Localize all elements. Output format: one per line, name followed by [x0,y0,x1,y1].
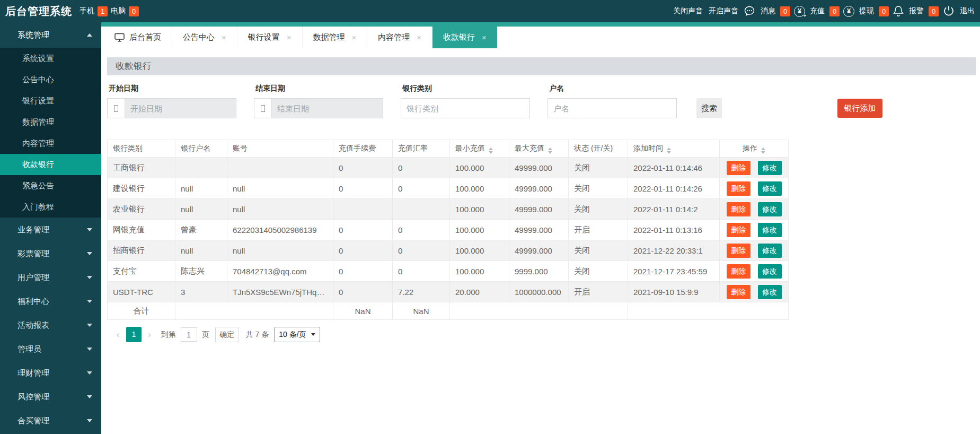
sidebar-group-admin[interactable]: 管理员 [0,337,101,361]
goto-page-input[interactable] [181,327,197,342]
tab-announcement-center[interactable]: 公告中心 × [172,27,237,48]
sidebar-item-content-management[interactable]: 内容管理 [0,133,101,154]
search-button[interactable]: 搜索 [696,98,722,118]
sound-on-button[interactable]: 开启声音 [708,6,739,16]
account-name-input[interactable] [548,98,677,118]
edit-button[interactable]: 修改 [758,285,782,299]
next-page-button[interactable]: › [145,329,154,340]
calendar-icon[interactable] [254,99,272,118]
sidebar: 系统管理 系统设置 公告中心 银行设置 数据管理 内容管理 收款银行 紧急公告 … [0,22,101,434]
sidebar-group-users[interactable]: 用户管理 [0,265,101,289]
total-count-label: 共 7 条 [246,330,269,340]
end-date-label: 结束日期 [255,84,383,93]
col-recharge-rate: 充值汇率 [393,140,450,158]
sidebar-item-beginner-tutorial[interactable]: 入门教程 [0,196,101,218]
tab-home[interactable]: 后台首页 [104,27,172,48]
message-icon[interactable] [743,5,756,18]
edit-button[interactable]: 修改 [758,202,782,216]
sort-icon[interactable] [761,147,765,154]
tab-content-management[interactable]: 内容管理 × [367,27,432,48]
sidebar-group-business[interactable]: 业务管理 [0,218,101,241]
delete-button[interactable]: 删除 [727,264,751,279]
tab-receiving-bank[interactable]: 收款银行 × [432,27,498,48]
sound-off-button[interactable]: 关闭声音 [672,6,704,16]
start-date-input[interactable] [125,99,236,118]
recharge-icon[interactable]: ¥+ [794,6,805,17]
sidebar-item-system-settings[interactable]: 系统设置 [0,48,101,69]
bank-type-input[interactable] [401,98,530,118]
sidebar-group-lottery[interactable]: 彩票管理 [0,241,101,265]
close-icon[interactable]: × [482,33,487,42]
table-row: 农业银行 null null 100.000 49999.000 关闭 2022… [108,199,789,220]
sort-icon[interactable] [548,147,552,154]
totals-label: 合计 [108,302,175,320]
edit-button[interactable]: 修改 [758,223,782,237]
delete-button[interactable]: 删除 [727,244,751,258]
sidebar-item-bank-settings[interactable]: 银行设置 [0,90,101,111]
sidebar-item-data-management[interactable]: 数据管理 [0,111,101,133]
main-content: 后台首页 公告中心 × 银行设置 × 数据管理 × 内容管理 × 收款银行 × [101,22,980,434]
confirm-button[interactable]: 确定 [215,327,239,342]
sidebar-item-receiving-bank[interactable]: 收款银行 [0,154,101,175]
delete-button[interactable]: 删除 [727,181,751,196]
chevron-down-icon [87,228,92,231]
sidebar-group-finance[interactable]: 理财管理 [0,361,101,385]
top-header: 后台管理系统 手机 1 电脑 0 关闭声音 开启声音 消息 0 ¥+ 充值 0 … [0,0,980,22]
edit-button[interactable]: 修改 [758,181,782,196]
table-row: 建设银行 null null 0 0 100.000 49999.000 关闭 … [108,178,789,199]
close-icon[interactable]: × [352,33,357,42]
sidebar-group-group-buy[interactable]: 合买管理 [0,409,101,432]
sidebar-item-announcement-center[interactable]: 公告中心 [0,69,101,90]
page-title: 收款银行 [107,57,976,75]
alarm-menu-item[interactable]: 报警 [908,6,925,16]
filter-start-date: 开始日期 [107,84,236,118]
close-icon[interactable]: × [287,33,292,42]
delete-button[interactable]: 删除 [727,161,751,175]
close-icon[interactable]: × [222,33,226,42]
withdraw-count-badge[interactable]: 0 [879,6,889,16]
edit-button[interactable]: 修改 [758,264,782,279]
per-page-select[interactable]: 10 条/页 [274,327,320,342]
pc-count-badge: 0 [129,6,139,16]
chevron-up-icon [87,33,92,37]
pagination: ‹ 1 › 到第 页 确定 共 7 条 10 条/页 [113,327,980,342]
close-icon[interactable]: × [417,33,421,42]
sidebar-group-welfare[interactable]: 福利中心 [0,289,101,313]
end-date-input[interactable] [272,99,383,118]
delete-button[interactable]: 删除 [727,202,751,216]
sidebar-group-activity-report[interactable]: 活动报表 [0,313,101,337]
col-max-recharge: 最大充值 [509,140,569,158]
logout-button[interactable]: 退出 [959,6,976,16]
recharge-menu-item[interactable]: 充值 [809,6,826,16]
withdraw-icon[interactable]: ¥ [843,6,854,17]
filter-bar: 开始日期 结束日期 银行类别 户名 搜索 [107,84,980,118]
monitor-icon [114,33,125,42]
edit-button[interactable]: 修改 [758,161,782,175]
tab-bank-settings[interactable]: 银行设置 × [237,27,303,48]
table-row: 招商银行 null null 0 0 100.000 49999.000 关闭 … [108,240,789,261]
message-menu-item[interactable]: 消息 [760,6,776,16]
alarm-count-badge[interactable]: 0 [929,6,939,16]
sidebar-group-system[interactable]: 系统管理 [0,22,101,48]
bell-icon[interactable] [893,5,904,18]
sort-icon[interactable] [667,147,671,154]
delete-button[interactable]: 删除 [727,223,751,237]
tab-data-management[interactable]: 数据管理 × [303,27,368,48]
recharge-count-badge[interactable]: 0 [829,6,840,16]
prev-page-button[interactable]: ‹ [113,329,122,340]
power-icon[interactable] [942,5,955,18]
sidebar-item-emergency-notice[interactable]: 紧急公告 [0,175,101,196]
sort-icon[interactable] [489,147,493,154]
calendar-icon[interactable] [108,99,125,118]
table-header-row: 银行类别 银行户名 账号 充值手续费 充值汇率 最小充值 最大充值 状态 (开/… [108,140,789,158]
current-page-button[interactable]: 1 [126,327,142,342]
table-row: 支付宝 陈志兴 704842713@qq.com 0 0 100.000 999… [108,261,789,282]
edit-button[interactable]: 修改 [758,244,782,258]
add-bank-button[interactable]: 银行添加 [837,99,882,118]
delete-button[interactable]: 删除 [727,285,751,299]
sidebar-group-risk-control[interactable]: 风控管理 [0,385,101,409]
chevron-down-icon [87,252,92,255]
message-count-badge[interactable]: 0 [780,6,790,16]
withdraw-menu-item[interactable]: 提现 [858,6,875,16]
start-date-label: 开始日期 [109,84,236,93]
